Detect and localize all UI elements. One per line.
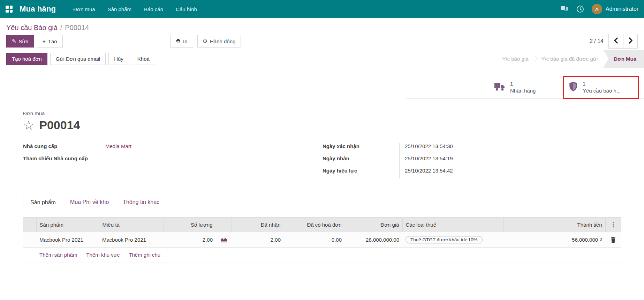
header-unit-price[interactable]: Đơn giá xyxy=(345,218,402,232)
printer-icon xyxy=(176,38,181,44)
cell-subtotal: 56.000.000 ₫ xyxy=(503,232,605,248)
cell-quantity: 2,00 xyxy=(164,232,216,248)
tax-badge: Thuế GTGT được khấu trừ 10% xyxy=(406,236,483,243)
effective-date-label: Ngày hiệu lực xyxy=(323,167,399,174)
gear-icon: ⚙ xyxy=(203,38,207,44)
header-taxes[interactable]: Các loại thuế xyxy=(402,218,503,232)
left-field-group: Nhà cung cấp Media Mart Tham chiếu Nhà c… xyxy=(23,142,246,179)
cell-unit-price: 28.000.000,00 xyxy=(345,232,402,248)
state-pipeline: Y/c báo giá Y/c báo giá đã được gửi Đơn … xyxy=(497,50,644,68)
edit-button[interactable]: ✎ Sửa xyxy=(6,35,34,47)
receipts-smart-button[interactable]: 1 Nhận hàng xyxy=(489,76,563,98)
smart-button-count: 1 xyxy=(510,80,536,87)
pager-count: 2 / 14 xyxy=(590,38,604,44)
breadcrumb-current: P00014 xyxy=(65,24,89,32)
top-navbar: Mua hàng Đơn mua Sản phẩm Báo cáo Cấu hì… xyxy=(0,0,644,18)
smart-button-label: Nhận hàng xyxy=(510,87,536,94)
header-subtotal[interactable]: Thành tiền xyxy=(503,218,605,232)
table-footer-links: Thêm sản phẩm Thêm khu vực Thêm ghi chú xyxy=(39,252,644,258)
print-button[interactable]: In xyxy=(170,35,193,47)
user-name: Administrator xyxy=(606,6,638,12)
pager-previous-button[interactable] xyxy=(609,34,623,48)
tab-other-info[interactable]: Thông tin khác xyxy=(116,195,166,210)
header-description[interactable]: Miêu tả xyxy=(99,218,164,232)
messages-icon[interactable] xyxy=(560,6,569,13)
header-product[interactable]: Sản phẩm xyxy=(36,218,99,232)
create-bill-button[interactable]: Tạo hoá đơn xyxy=(6,53,47,65)
add-section-link[interactable]: Thêm khu vực xyxy=(86,252,120,258)
warranty-smart-button[interactable]: 1 Yêu cầu bảo h... xyxy=(563,76,638,98)
confirmation-date-value: 25/10/2022 13:54:30 xyxy=(399,142,453,150)
sheet-separator xyxy=(23,263,621,263)
plus-icon: + xyxy=(43,38,46,44)
breadcrumb-parent-link[interactable]: Yêu cầu Báo giá xyxy=(6,24,58,32)
menu-san-pham[interactable]: Sản phẩm xyxy=(103,3,136,15)
order-lines-table: Sản phẩm Miêu tả Số lượng Đã nhận Đã có … xyxy=(23,217,621,248)
page-title: P00014 xyxy=(39,118,80,132)
vendor-reference-label: Tham chiếu Nhà cung cấp xyxy=(23,155,100,162)
stage-purchase-order[interactable]: Đơn Mua xyxy=(603,50,644,68)
forecast-chart-icon[interactable] xyxy=(219,237,228,243)
cancel-button[interactable]: Hủy xyxy=(108,53,129,65)
table-header-row: Sản phẩm Miêu tả Số lượng Đã nhận Đã có … xyxy=(23,218,621,232)
vendor-reference-value xyxy=(100,155,105,162)
header-billed[interactable]: Đã có hoá đơn xyxy=(284,218,345,232)
cell-received: 2,00 xyxy=(232,232,284,248)
main-menu: Đơn mua Sản phẩm Báo cáo Cấu hình xyxy=(68,3,202,15)
row-handle xyxy=(23,232,36,248)
header-forecast xyxy=(216,218,232,232)
header-quantity[interactable]: Số lượng xyxy=(164,218,216,232)
confirmation-date-label: Ngày xác nhận xyxy=(323,142,399,150)
menu-bao-cao[interactable]: Báo cáo xyxy=(139,3,168,15)
statusbar: Tạo hoá đơn Gửi Đơn qua email Hủy Khoá Y… xyxy=(0,50,644,68)
smart-button-box: 1 Nhận hàng 1 Yêu cầu bảo h... xyxy=(406,76,644,98)
notebook-tabs: Sản phẩm Mua Phí về kho Thông tin khác xyxy=(23,195,621,210)
receipt-date-value: 25/10/2022 13:54:19 xyxy=(399,155,453,162)
smart-button-label: Yêu cầu bảo h... xyxy=(583,87,621,94)
delete-row-trash-icon[interactable] xyxy=(608,237,618,243)
favorite-star-icon[interactable]: ☆ xyxy=(23,119,34,132)
table-row[interactable]: Macbook Pro 2021 Macbook Pro 2021 2,00 2… xyxy=(23,232,621,248)
shield-icon xyxy=(569,81,578,93)
add-note-link[interactable]: Thêm ghi chú xyxy=(129,252,160,258)
header-handle xyxy=(23,218,36,232)
menu-don-mua[interactable]: Đơn mua xyxy=(68,3,100,15)
app-name[interactable]: Mua hàng xyxy=(20,5,56,14)
breadcrumb-separator: / xyxy=(60,24,62,32)
user-menu[interactable]: A Administrator xyxy=(592,4,638,14)
document-type-label: Đơn mua xyxy=(23,110,644,116)
lock-button[interactable]: Khoá xyxy=(132,53,155,65)
vendor-value-link[interactable]: Media Mart xyxy=(100,142,131,150)
cell-billed: 0,00 xyxy=(284,232,345,248)
receipt-date-label: Ngày nhận xyxy=(323,155,399,162)
control-panel: ✎ Sửa + Tạo In ⚙ Hành động 2 / 14 xyxy=(0,32,644,50)
header-received[interactable]: Đã nhận xyxy=(232,218,284,232)
avatar: A xyxy=(592,4,602,14)
stage-rfq[interactable]: Y/c báo giá xyxy=(497,50,534,68)
add-product-link[interactable]: Thêm sản phẩm xyxy=(39,252,77,258)
pager-next-button[interactable] xyxy=(623,34,637,48)
stage-rfq-sent[interactable]: Y/c báo giá đã được gửi xyxy=(536,50,603,68)
menu-cau-hinh[interactable]: Cấu hình xyxy=(171,3,202,15)
right-field-group: Ngày xác nhận 25/10/2022 13:54:30 Ngày n… xyxy=(323,142,504,179)
create-button[interactable]: + Tạo xyxy=(37,35,63,47)
breadcrumb: Yêu cầu Báo giá / P00014 xyxy=(0,18,644,32)
send-by-email-button[interactable]: Gửi Đơn qua email xyxy=(50,53,106,65)
smart-button-count: 1 xyxy=(583,80,621,87)
vendor-label: Nhà cung cấp xyxy=(23,142,100,150)
apps-grid-icon[interactable] xyxy=(6,6,13,13)
chevron-left-icon xyxy=(613,37,619,45)
tab-products[interactable]: Sản phẩm xyxy=(23,195,63,210)
activities-clock-icon[interactable] xyxy=(576,5,584,13)
optional-columns-icon[interactable]: ⋮ xyxy=(605,218,621,232)
pencil-icon: ✎ xyxy=(12,38,16,44)
truck-icon xyxy=(494,82,505,93)
chevron-right-icon xyxy=(628,37,633,45)
tab-landed-costs[interactable]: Mua Phí về kho xyxy=(63,195,116,210)
form-sheet: 1 Nhận hàng 1 Yêu cầu bảo h... Đơn mua xyxy=(0,76,644,263)
cell-description: Macbook Pro 2021 xyxy=(99,232,164,248)
cell-product: Macbook Pro 2021 xyxy=(36,232,99,248)
action-button[interactable]: ⚙ Hành động xyxy=(197,35,241,47)
effective-date-value: 25/10/2022 13:54:42 xyxy=(399,167,453,174)
